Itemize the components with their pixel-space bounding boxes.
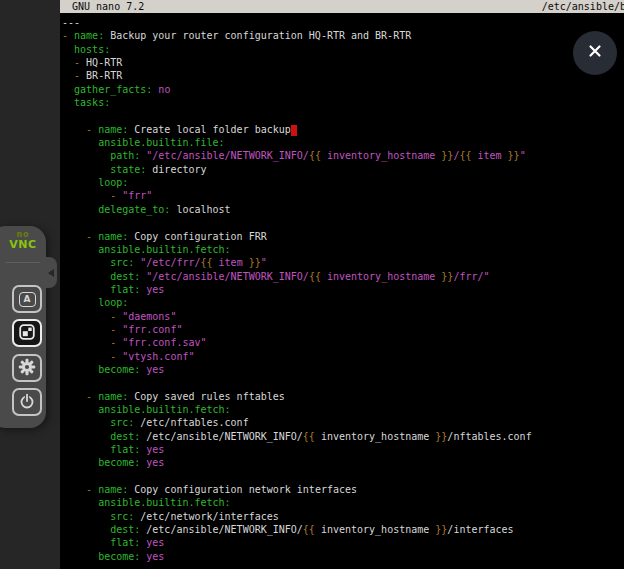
code-segment: "frr.conf.sav" — [122, 337, 206, 348]
code-segment: }} — [441, 271, 453, 282]
code-segment: loop: — [98, 297, 128, 308]
code-segment: - — [110, 190, 122, 201]
nano-editor-area[interactable]: ---- name: Backup your router configurat… — [60, 13, 624, 563]
editor-line: - HQ-RTR — [62, 56, 624, 69]
code-segment — [62, 524, 110, 535]
editor-line: - BR-RTR — [62, 69, 624, 82]
novnc-logo-bottom: VNC — [0, 239, 46, 250]
code-segment: name: — [98, 124, 128, 135]
code-segment: /etc/ansible/NETWORK_INFO/ — [140, 524, 303, 535]
editor-line: dest: /etc/ansible/NETWORK_INFO/{{ inven… — [62, 523, 624, 536]
editor-line: - "frr.conf" — [62, 323, 624, 336]
editor-line: gather_facts: no — [62, 83, 624, 96]
code-segment — [62, 497, 98, 508]
editor-line: become: yes — [62, 363, 624, 376]
editor-line: - name: Copy saved rules nftables — [62, 390, 624, 403]
code-segment: "/etc/ansible/NETWORK_INFO/ — [146, 271, 309, 282]
code-segment: - — [86, 391, 98, 402]
editor-line: - "frr" — [62, 189, 624, 202]
code-segment: Copy saved rules nftables — [128, 391, 285, 402]
code-segment — [62, 404, 98, 415]
editor-line: ansible.builtin.fetch: — [62, 403, 624, 416]
code-segment: path: — [110, 150, 140, 161]
code-segment: HQ-RTR — [86, 57, 122, 68]
code-segment — [62, 297, 98, 308]
code-segment: " — [261, 257, 267, 268]
editor-line: src: /etc/network/interfaces — [62, 510, 624, 523]
nano-filename-label: /etc/ansible/b — [542, 0, 624, 13]
editor-line: ansible.builtin.fetch: — [62, 243, 624, 256]
code-segment: yes — [146, 457, 164, 468]
editor-line — [62, 109, 624, 122]
vnc-control-bar: no VNC A — [0, 226, 46, 428]
code-segment: /nftables.conf — [447, 431, 531, 442]
code-segment — [62, 150, 110, 161]
code-segment: --- — [62, 17, 80, 28]
code-segment: "daemons" — [122, 311, 176, 322]
code-segment — [62, 417, 110, 428]
code-segment: - — [110, 311, 122, 322]
editor-line: dest: "/etc/ansible/NETWORK_INFO/{{ inve… — [62, 270, 624, 283]
code-segment: {{ — [309, 271, 321, 282]
editor-line: - "frr.conf.sav" — [62, 336, 624, 349]
text-cursor — [291, 125, 297, 136]
editor-line: hosts: — [62, 43, 624, 56]
code-segment: yes — [146, 537, 164, 548]
code-segment: {{ — [309, 150, 321, 161]
extra-keys-button[interactable]: A — [12, 285, 42, 313]
code-segment: dest: — [110, 431, 140, 442]
code-segment — [62, 57, 74, 68]
code-segment: Backup your router configuration HQ-RTR … — [104, 30, 411, 41]
code-segment: src: — [110, 511, 134, 522]
editor-line: flat: yes — [62, 536, 624, 549]
code-segment: - — [110, 337, 122, 348]
code-segment — [62, 97, 74, 108]
code-segment: /etc/nftables.conf — [134, 417, 248, 428]
code-segment — [62, 257, 110, 268]
code-segment: dest: — [110, 271, 140, 282]
code-segment: ansible.builtin.fetch: — [98, 497, 230, 508]
editor-line: ansible.builtin.file: — [62, 136, 624, 149]
code-segment: name: — [98, 231, 128, 242]
editor-line: become: yes — [62, 550, 624, 563]
code-segment: inventory_hostname — [315, 524, 435, 535]
code-segment — [62, 271, 110, 282]
power-button[interactable] — [12, 388, 42, 416]
code-segment: item — [471, 150, 507, 161]
code-segment: yes — [146, 551, 164, 562]
nano-titlebar: GNU nano 7.2 /etc/ansible/b — [60, 0, 624, 13]
code-segment: inventory_hostname — [321, 150, 441, 161]
editor-line: ansible.builtin.fetch: — [62, 496, 624, 509]
code-segment: name: — [98, 391, 128, 402]
code-segment: Create local folder backup — [128, 124, 291, 135]
code-segment: }} — [435, 524, 447, 535]
code-segment — [62, 511, 110, 522]
code-segment: Copy configuration network interfaces — [128, 484, 357, 495]
editor-line: --- — [62, 16, 624, 29]
code-segment: flat: — [110, 537, 140, 548]
code-segment: BR-RTR — [86, 70, 122, 81]
code-segment — [62, 391, 86, 402]
code-segment: delegate_to: — [98, 204, 170, 215]
fullscreen-button[interactable] — [12, 319, 42, 347]
editor-line: src: "/etc/frr/{{ item }}" — [62, 256, 624, 269]
editor-line — [62, 470, 624, 483]
code-segment: - — [86, 484, 98, 495]
code-segment: yes — [146, 364, 164, 375]
code-segment: }} — [249, 257, 261, 268]
code-segment — [62, 177, 98, 188]
novnc-logo: no VNC — [0, 231, 46, 250]
settings-button[interactable] — [12, 354, 42, 382]
close-icon — [586, 42, 604, 64]
editor-line: - name: Copy configuration network inter… — [62, 483, 624, 496]
toolbar-collapse-handle[interactable] — [44, 257, 57, 288]
code-segment — [62, 284, 110, 295]
code-segment — [62, 444, 110, 455]
close-button[interactable] — [573, 31, 617, 75]
code-segment: localhost — [170, 204, 230, 215]
code-segment: "/etc/frr/ — [140, 257, 200, 268]
code-segment: - — [86, 231, 98, 242]
editor-line: flat: yes — [62, 443, 624, 456]
code-segment — [62, 457, 98, 468]
code-segment: no — [158, 84, 170, 95]
